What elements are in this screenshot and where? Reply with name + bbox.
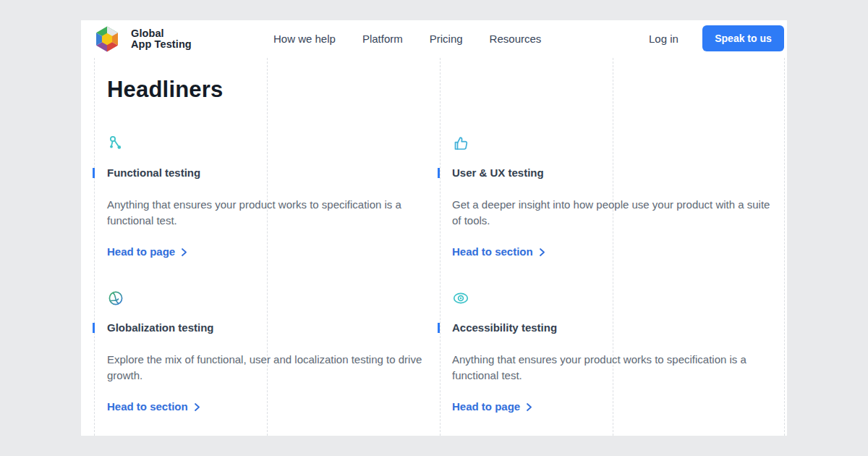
main-nav: How we help Platform Pricing Resources (273, 33, 541, 45)
login-link[interactable]: Log in (649, 33, 678, 45)
card-user-ux-testing: User & UX testing Get a deeper insight i… (452, 135, 774, 258)
brand-logo-icon (93, 25, 122, 54)
head-to-section-link[interactable]: Head to section (107, 400, 429, 413)
card-description: Explore the mix of functional, user and … (107, 352, 429, 383)
chevron-right-icon (195, 403, 200, 411)
nav-item-platform[interactable]: Platform (362, 33, 403, 45)
nav-item-pricing[interactable]: Pricing (430, 33, 463, 45)
head-to-section-link[interactable]: Head to section (452, 245, 774, 258)
card-description: Anything that ensures your product works… (452, 352, 774, 383)
card-description: Get a deeper insight into how people use… (452, 197, 774, 228)
globe-icon (107, 290, 429, 307)
card-globalization-testing: Globalization testing Explore the mix of… (107, 290, 429, 413)
page-title: Headliners (107, 77, 224, 103)
speak-to-us-button[interactable]: Speak to us (702, 25, 784, 51)
card-accessibility-testing: Accessibility testing Anything that ensu… (452, 290, 774, 413)
chevron-right-icon (540, 248, 545, 256)
chevron-right-icon (182, 248, 187, 256)
route-icon (107, 135, 429, 152)
card-functional-testing: Functional testing Anything that ensures… (107, 135, 429, 258)
card-description: Anything that ensures your product works… (107, 197, 429, 228)
head-to-page-link[interactable]: Head to page (452, 400, 774, 413)
brand-logo[interactable]: Global App Testing (93, 25, 192, 54)
card-title: Accessibility testing (452, 322, 774, 334)
grid-line (94, 58, 95, 436)
card-title: Functional testing (107, 167, 429, 179)
eye-icon (452, 290, 774, 307)
grid-line (440, 58, 441, 436)
brand-name: Global App Testing (131, 28, 192, 50)
head-to-page-link[interactable]: Head to page (107, 245, 429, 258)
card-title: User & UX testing (452, 167, 774, 179)
grid-line (784, 58, 785, 436)
chevron-right-icon (527, 403, 532, 411)
nav-item-how-we-help[interactable]: How we help (273, 33, 336, 45)
thumbs-up-icon (452, 135, 774, 152)
card-title: Globalization testing (107, 322, 429, 334)
nav-item-resources[interactable]: Resources (490, 33, 542, 45)
page-card: Global App Testing How we help Platform … (81, 20, 787, 436)
page-background: { "brand": { "name_line1": "Global", "na… (0, 0, 868, 456)
